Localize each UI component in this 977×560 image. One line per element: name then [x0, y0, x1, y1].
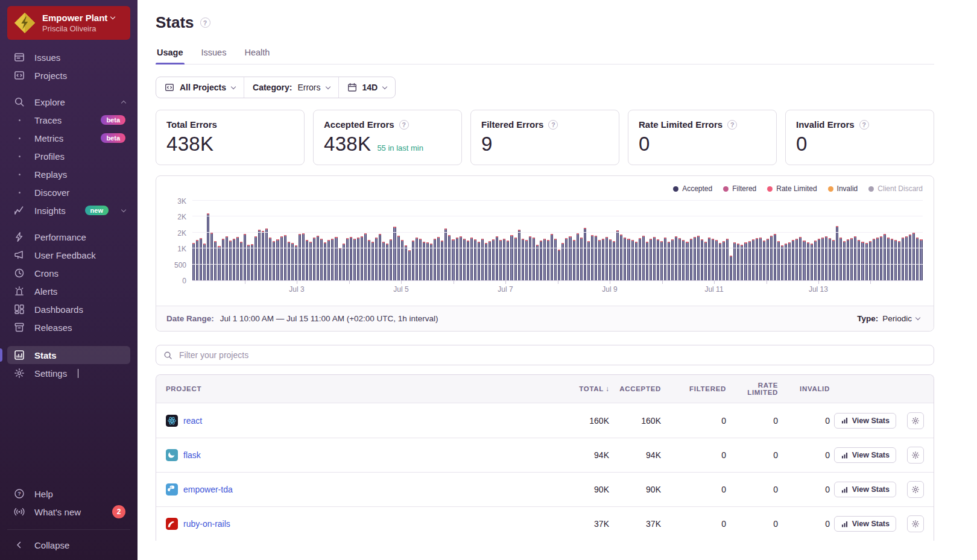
sidebar-item-settings[interactable]: Settings: [7, 364, 130, 382]
app-root: Empower Plant Priscila Oliveira Issues P…: [0, 0, 977, 560]
chart-bar: [880, 236, 882, 280]
legend-item-filtered[interactable]: Filtered: [723, 184, 756, 193]
sidebar-item-alerts[interactable]: Alerts: [7, 282, 130, 300]
column-header-accepted[interactable]: ACCEPTED: [609, 385, 661, 392]
sidebar-item-projects[interactable]: Projects: [7, 66, 130, 84]
tab-health[interactable]: Health: [243, 48, 271, 64]
project-settings-button[interactable]: [907, 515, 924, 532]
sidebar-item-whats-new[interactable]: What's new 2: [7, 503, 130, 521]
chart-bar: [547, 240, 549, 280]
sidebar-item-metrics[interactable]: Metrics beta: [7, 129, 130, 147]
chart-bar: [441, 241, 443, 280]
project-filter-dropdown[interactable]: All Projects: [156, 77, 244, 98]
sidebar-item-label: Performance: [34, 232, 86, 242]
legend-item-accepted[interactable]: Accepted: [673, 184, 712, 193]
bullet-icon: [14, 119, 25, 121]
date-range-dropdown[interactable]: 14D: [338, 77, 396, 98]
sidebar-item-insights[interactable]: Insights new: [7, 201, 130, 219]
chart-bar: [884, 234, 886, 280]
table-row: ruby-on-rails 37K 37K 0 0 0 View Stats: [156, 506, 934, 541]
chart-bar: [474, 239, 476, 280]
sidebar-item-profiles[interactable]: Profiles: [7, 147, 130, 165]
view-stats-button[interactable]: View Stats: [834, 516, 896, 532]
chart-bar: [785, 244, 787, 280]
sidebar-item-releases[interactable]: Releases: [7, 318, 130, 336]
project-link[interactable]: ruby-on-rails: [183, 519, 230, 529]
sidebar-item-crons[interactable]: Crons: [7, 264, 130, 282]
column-header-total[interactable]: TOTAL: [554, 385, 609, 393]
sidebar-item-explore[interactable]: Explore: [7, 93, 130, 111]
column-header-invalid[interactable]: INVALID: [778, 385, 830, 392]
table-header: PROJECT TOTAL ACCEPTED FILTERED RATE LIM…: [156, 375, 934, 403]
sidebar-item-help[interactable]: ? Help: [7, 485, 130, 503]
cell-filtered: 0: [661, 519, 726, 529]
chart-bar: [401, 240, 403, 280]
project-settings-button[interactable]: [907, 412, 924, 429]
project-settings-button[interactable]: [907, 447, 924, 464]
type-label: Type:: [857, 314, 878, 323]
view-stats-button[interactable]: View Stats: [834, 482, 896, 497]
tab-issues[interactable]: Issues: [200, 48, 228, 64]
gridline: [192, 248, 923, 248]
card-help-icon[interactable]: [859, 120, 869, 130]
card-help-icon[interactable]: [399, 120, 409, 130]
chevron-down-icon: [325, 84, 330, 89]
cell-total: 90K: [554, 485, 609, 494]
chart-bar: [631, 240, 634, 280]
card-help-icon[interactable]: [548, 120, 558, 130]
column-header-rate-limited[interactable]: RATE LIMITED: [726, 382, 778, 396]
chart-bar: [419, 239, 422, 280]
column-header-project[interactable]: PROJECT: [166, 385, 554, 392]
chart-bar: [295, 245, 297, 280]
chart-bar: [671, 239, 674, 280]
sidebar-item-dashboards[interactable]: Dashboards: [7, 300, 130, 318]
sidebar-item-performance[interactable]: Performance: [7, 228, 130, 246]
legend-item-invalid[interactable]: Invalid: [828, 184, 858, 193]
card-value: 438K: [166, 133, 213, 156]
view-stats-button[interactable]: View Stats: [834, 447, 896, 463]
x-axis-label: Jul 3: [289, 285, 304, 294]
usage-chart[interactable]: [192, 201, 923, 281]
project-filter-input[interactable]: [178, 350, 926, 360]
view-stats-button[interactable]: View Stats: [834, 413, 896, 429]
sidebar-item-discover[interactable]: Discover: [7, 183, 130, 201]
chart-bar: [876, 238, 879, 280]
tab-usage[interactable]: Usage: [156, 48, 185, 64]
sidebar-item-stats[interactable]: Stats: [7, 346, 130, 364]
legend-item-client-discard[interactable]: Client Discard: [868, 184, 923, 193]
project-settings-button[interactable]: [907, 481, 924, 498]
chevron-down-icon: [121, 207, 126, 212]
column-header-filtered[interactable]: FILTERED: [661, 385, 726, 392]
chart-bar: [792, 240, 794, 280]
chevron-left-icon: [14, 540, 25, 550]
sidebar-item-replays[interactable]: Replays: [7, 165, 130, 183]
sidebar-item-user-feedback[interactable]: User Feedback: [7, 246, 130, 264]
project-link[interactable]: flask: [183, 450, 201, 460]
sidebar-item-issues[interactable]: Issues: [7, 48, 130, 66]
card-total-errors: Total Errors 438K: [156, 110, 305, 165]
page-help-icon[interactable]: [200, 17, 210, 28]
bullet-icon: [14, 156, 25, 157]
chart-type-dropdown[interactable]: Type: Periodic: [853, 313, 923, 324]
cell-accepted: 90K: [609, 485, 661, 494]
legend-item-rate-limited[interactable]: Rate Limited: [767, 184, 817, 193]
gear-icon: [14, 368, 25, 379]
sidebar-item-label: Discover: [34, 187, 69, 198]
chart-bar: [887, 238, 890, 280]
chart-bar: [627, 239, 630, 280]
sidebar-item-traces[interactable]: Traces beta: [7, 111, 130, 129]
chart-bar: [609, 239, 612, 280]
project-link[interactable]: react: [183, 416, 202, 426]
chart-bar: [858, 240, 860, 280]
gear-icon: [911, 451, 920, 459]
chart-bar: [496, 236, 498, 280]
chart-bar: [313, 238, 315, 280]
sidebar-nav: Issues Projects Explore Traces beta Metr…: [0, 48, 138, 485]
sidebar-collapse-button[interactable]: Collapse: [7, 536, 130, 554]
beta-badge: beta: [101, 115, 125, 125]
category-dropdown[interactable]: Category: Errors: [244, 77, 338, 98]
project-link[interactable]: empower-tda: [183, 485, 233, 494]
chart-bar: [408, 250, 411, 280]
card-help-icon[interactable]: [727, 120, 737, 130]
org-switcher[interactable]: Empower Plant Priscila Oliveira: [7, 6, 130, 40]
